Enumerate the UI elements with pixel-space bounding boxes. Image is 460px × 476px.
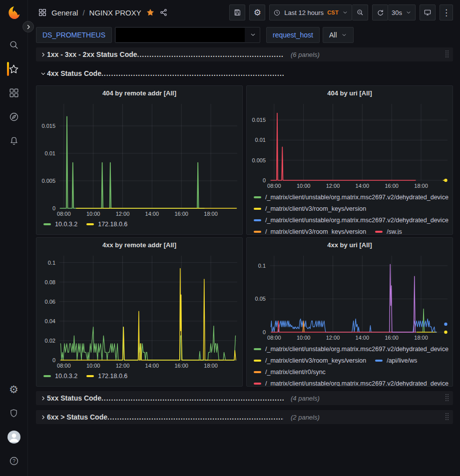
legend-item[interactable]: 172.18.0.6	[86, 218, 127, 230]
legend-label: /_matrix/client/unstable/org.matrix.msc2…	[265, 194, 449, 201]
legend-item[interactable]: /_matrix/client/unstable/org.matrix.msc2…	[254, 191, 449, 203]
refresh-interval-dropdown[interactable]: 30s	[388, 4, 416, 20]
star-filled-icon[interactable]	[146, 8, 155, 17]
legend-swatch	[86, 375, 94, 377]
legend-label: /_matrix/client/unstable/org.matrix.msc2…	[265, 217, 449, 224]
sidebar-expand-button[interactable]	[22, 21, 34, 32]
compass-icon	[8, 111, 19, 122]
legend-item[interactable]: 172.18.0.6	[86, 370, 127, 382]
variable-value-request-host[interactable]: All	[323, 27, 354, 43]
refresh-button[interactable]	[372, 4, 388, 20]
legend-item[interactable]: 10.0.3.2	[43, 370, 77, 382]
svg-text:0.1: 0.1	[258, 263, 266, 269]
svg-text:08:00: 08:00	[57, 363, 71, 369]
time-range-picker[interactable]: Last 12 hours CST	[269, 4, 352, 20]
legend-item[interactable]: /_matrix/client/unstable/org.matrix.msc2…	[254, 343, 449, 355]
shield-icon	[8, 408, 19, 419]
chart-legend: 10.0.3.2172.18.0.6	[36, 370, 242, 386]
svg-text:0.05: 0.05	[255, 296, 266, 302]
share-icon[interactable]	[159, 8, 168, 17]
legend-item[interactable]: /sw.js	[375, 226, 402, 234]
svg-text:0.02: 0.02	[45, 338, 55, 344]
dashboard-settings-button[interactable]: ⚙	[249, 4, 265, 20]
variable-label-ds-prometheus[interactable]: DS_PROMETHEUS	[36, 27, 112, 43]
variable-value-ds-prometheus[interactable]	[115, 27, 260, 43]
row-title-box: 4xx Status Code ........................…	[47, 69, 284, 77]
grafana-logo-icon[interactable]	[6, 5, 22, 21]
avatar	[7, 431, 20, 444]
time-series-chart[interactable]: 00.0050.010.01508:0010:0012:0014:0016:00…	[36, 100, 242, 218]
sidebar-item-profile[interactable]	[0, 425, 28, 449]
panel-title[interactable]: 404 by remote addr [All]	[36, 86, 242, 100]
legend-item[interactable]: /_matrix/client/unstable/org.matrix.msc2…	[254, 378, 449, 386]
svg-text:0.04: 0.04	[45, 318, 55, 324]
more-options-button[interactable]: ⋮	[440, 4, 453, 20]
sidebar-item-starred[interactable]	[0, 57, 28, 81]
zoom-out-time-button[interactable]	[352, 4, 368, 20]
kebab-menu-icon: ⋮	[442, 8, 451, 17]
svg-text:08:00: 08:00	[267, 183, 281, 189]
legend-label: /sw.js	[387, 228, 402, 235]
variable-label-request-host[interactable]: request_host	[266, 27, 320, 43]
svg-text:0: 0	[263, 329, 266, 335]
svg-text:14:00: 14:00	[145, 211, 159, 217]
svg-text:0: 0	[52, 205, 55, 211]
panel-title[interactable]: 4xx by uri [All]	[247, 238, 453, 252]
legend-item[interactable]: /api/live/ws	[375, 355, 417, 366]
save-dashboard-button[interactable]	[229, 4, 245, 20]
sidebar-item-search[interactable]	[0, 33, 28, 57]
breadcrumb-dashboard-title[interactable]: NGINX PROXY	[89, 8, 141, 17]
sidebar-item-dashboards[interactable]	[0, 81, 28, 105]
sidebar-item-alerting[interactable]	[0, 129, 28, 153]
row-drag-handle[interactable]	[444, 394, 451, 402]
chevron-right-icon	[39, 52, 47, 57]
svg-text:12:00: 12:00	[326, 183, 340, 189]
legend-item[interactable]: /_matrix/client/v3/room_keys/version	[254, 226, 366, 234]
row-drag-handle[interactable]	[444, 50, 451, 58]
sidebar: ⚙ ?	[0, 0, 28, 476]
svg-text:0.015: 0.015	[252, 117, 266, 123]
search-icon	[8, 39, 19, 50]
row-header-4xx[interactable]: 4xx Status Code ........................…	[36, 66, 453, 80]
svg-text:0: 0	[52, 357, 55, 363]
legend-label: 172.18.0.6	[98, 221, 127, 228]
panel-4xx-by-remote-addr: 4xx by remote addr [All] 00.020.040.060.…	[36, 237, 243, 387]
variable-value-text: All	[329, 31, 337, 39]
chart-legend: 10.0.3.2172.18.0.6	[36, 218, 242, 234]
svg-text:0: 0	[263, 177, 266, 183]
sidebar-item-explore[interactable]	[0, 105, 28, 129]
tv-mode-button[interactable]	[420, 4, 436, 20]
legend-item[interactable]: /_matrix/client/v3/room_keys/version	[254, 203, 366, 214]
legend-item[interactable]: /_matrix/client/r0/sync	[254, 366, 326, 378]
sidebar-item-help[interactable]: ?	[0, 449, 28, 473]
panel-grid: 404 by remote addr [All] 00.0050.010.015…	[36, 85, 453, 387]
time-series-chart[interactable]: 00.020.040.060.080.108:0010:0012:0014:00…	[36, 252, 242, 370]
chevron-down-icon	[342, 9, 348, 15]
legend-item[interactable]: 10.0.3.2	[43, 218, 77, 230]
zoom-out-icon	[356, 8, 364, 16]
panel-title[interactable]: 404 by uri [All]	[247, 86, 453, 100]
svg-text:16:00: 16:00	[385, 183, 399, 189]
breadcrumb-separator: /	[82, 8, 84, 17]
row-title-box: 5xx Status Code ........................…	[47, 394, 284, 402]
legend-swatch	[43, 375, 51, 377]
row-drag-handle[interactable]	[444, 413, 451, 421]
svg-text:12:00: 12:00	[116, 211, 130, 217]
row-header-1xx-3xx-2xx[interactable]: 1xx - 3xx - 2xx Status Code ............…	[36, 47, 453, 61]
breadcrumb-folder[interactable]: General	[51, 8, 78, 17]
sidebar-item-configuration[interactable]: ⚙	[0, 377, 28, 401]
chart-legend: /_matrix/client/unstable/org.matrix.msc2…	[247, 342, 453, 386]
chart-legend: /_matrix/client/unstable/org.matrix.msc2…	[247, 190, 453, 234]
row-header-6xx[interactable]: 6xx > Status Code ......................…	[36, 410, 453, 424]
time-series-chart[interactable]: 00.0050.010.01508:0010:0012:0014:0016:00…	[247, 100, 453, 190]
panel-title[interactable]: 4xx by remote addr [All]	[36, 238, 242, 252]
svg-text:10:00: 10:00	[86, 363, 100, 369]
monitor-icon	[424, 8, 432, 16]
svg-text:16:00: 16:00	[385, 335, 399, 341]
svg-text:08:00: 08:00	[57, 211, 71, 217]
row-header-5xx[interactable]: 5xx Status Code ........................…	[36, 391, 453, 405]
sidebar-item-admin[interactable]	[0, 401, 28, 425]
legend-item[interactable]: /_matrix/client/unstable/org.matrix.msc2…	[254, 214, 449, 226]
legend-item[interactable]: /_matrix/client/v3/room_keys/version	[254, 355, 366, 366]
time-series-chart[interactable]: 00.050.108:0010:0012:0014:0016:0018:00	[247, 252, 453, 342]
